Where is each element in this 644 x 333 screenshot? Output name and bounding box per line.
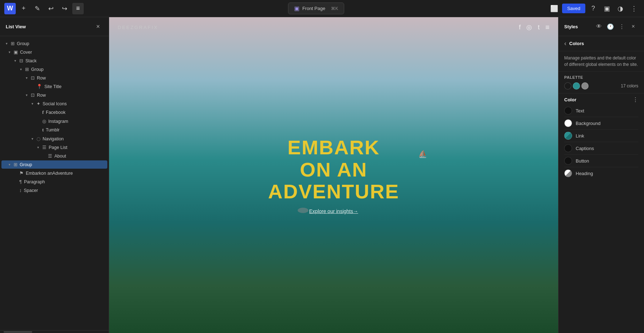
hero-link[interactable]: Explore our insights→ [268, 208, 399, 214]
view-button[interactable]: ⬜ [548, 3, 560, 14]
tree-item-stack[interactable]: ▾ ⊟ Stack [1, 57, 107, 65]
styles-title: Styles [564, 24, 578, 29]
tree-item-group-2[interactable]: ▾ ⊞ Group [1, 65, 107, 73]
styles-close-button[interactable]: × [628, 21, 638, 32]
chevron-icon: ▾ [7, 50, 11, 54]
tree-item-label: Embarkon anAdventure [26, 171, 104, 176]
group-icon: ⊞ [25, 67, 29, 72]
main-area: List View × ▾ ⊞ Group ▾ ▣ Cover ▾ ⊟ Stac… [0, 17, 644, 333]
styles-panel: Styles 👁 🕐 ⋮ × ‹ Colors Manage palettes … [558, 17, 644, 333]
more-options-button[interactable]: ⋮ [628, 3, 640, 14]
tumblr-social-icon[interactable]: t [538, 24, 540, 31]
wp-logo[interactable]: W [4, 3, 16, 14]
tree-item-page-list[interactable]: ▾ ☰ Page List [1, 143, 107, 151]
save-button[interactable]: Saved [562, 4, 585, 13]
tree-item-cover[interactable]: ▾ ▣ Cover [1, 48, 107, 56]
about-icon: ☰ [48, 153, 52, 159]
hero-line-3: ADVENTURE [268, 180, 399, 203]
hero-line-2: ON AN [268, 158, 399, 180]
add-button[interactable]: + [18, 3, 29, 14]
swatch-black[interactable] [564, 82, 571, 90]
history-button[interactable]: 🕐 [605, 21, 615, 32]
palette-swatches [564, 82, 589, 90]
row-icon: ⊡ [31, 75, 35, 81]
tree-item-row-2[interactable]: ▾ ⊡ Row [1, 91, 107, 99]
chevron-icon: ▾ [36, 145, 40, 149]
dark-mode-button[interactable]: ◑ [615, 3, 626, 14]
hamburger-icon[interactable]: ≡ [545, 23, 550, 32]
front-page-button[interactable]: ▣ Front Page ⌘K [288, 3, 344, 14]
tree-item-row-1[interactable]: ▾ ⊡ Row [1, 74, 107, 82]
tree-item-group-1[interactable]: ▾ ⊞ Group [1, 39, 107, 48]
facebook-social-icon[interactable]: f [519, 24, 521, 31]
list-view-close-button[interactable]: × [93, 21, 103, 32]
color-dot-heading [564, 169, 572, 177]
edit-button[interactable]: ✎ [31, 3, 43, 14]
tree-item-label: Instagram [48, 119, 104, 124]
help-button[interactable]: ? [587, 3, 599, 14]
tree-item-label: Facebook [46, 110, 104, 115]
palette-row: 17 colors [564, 82, 638, 90]
tree-item-label: Row [37, 76, 104, 81]
tree-item-label: Spacer [24, 188, 105, 193]
colors-description: Manage palettes and the default color of… [558, 51, 644, 72]
tree-item-label: Tumblr [46, 127, 104, 132]
topbar-center: ▣ Front Page ⌘K [87, 3, 546, 14]
palette-count: 17 colors [621, 83, 638, 88]
tree-item-embark[interactable]: ⚑ Embarkon anAdventure [1, 169, 107, 177]
undo-button[interactable]: ↩ [45, 3, 57, 14]
color-label-heading: Heading [576, 171, 593, 176]
instagram-social-icon[interactable]: ◎ [526, 23, 532, 31]
eye-button[interactable]: 👁 [594, 21, 604, 32]
tree-item-instagram[interactable]: ◎ Instagram [1, 117, 107, 125]
horizontal-scrollbar[interactable] [0, 330, 109, 333]
site-header: DEEZGRAFIX f ◎ t ≡ [109, 17, 558, 37]
tree-item-about[interactable]: ☰ About [1, 152, 107, 160]
swatch-teal[interactable] [573, 82, 580, 90]
tree-item-spacer[interactable]: ↕ Spacer [1, 186, 107, 194]
list-view-button[interactable]: ≡ [72, 3, 84, 14]
tree-item-facebook[interactable]: 𝐟 Facebook [1, 108, 107, 117]
hero-line-1: EMBARK [268, 136, 399, 159]
page-list-icon: ☰ [42, 145, 47, 150]
back-button[interactable]: ‹ [564, 40, 566, 47]
color-item-link[interactable]: Link [564, 130, 638, 142]
colors-nav: ‹ Colors [558, 36, 644, 51]
tree-item-social-icons[interactable]: ▾ ✦ Social Icons [1, 100, 107, 108]
chevron-icon: ▾ [24, 93, 29, 97]
instagram-icon: ◎ [42, 119, 46, 124]
color-item-background[interactable]: Background [564, 117, 638, 130]
group-icon: ⊞ [14, 162, 18, 167]
tablet-button[interactable]: ▣ [601, 3, 613, 14]
topbar: W + ✎ ↩ ↪ ≡ ▣ Front Page ⌘K ⬜ Saved ? ▣ … [0, 0, 644, 17]
tree-item-label: Cover [20, 50, 104, 55]
list-view-title: List View [6, 24, 26, 29]
spacer-icon: ↕ [19, 188, 22, 193]
tree-item-site-title[interactable]: 📍 Site Title [1, 82, 107, 91]
palette-label: PALETTE [564, 75, 638, 79]
palette-section: PALETTE 17 colors [558, 72, 644, 93]
color-section-title: Color [564, 97, 576, 102]
canvas-inner: DEEZGRAFIX f ◎ t ≡ EMBARK ON AN ADVENTUR… [109, 17, 558, 333]
tree-item-navigation[interactable]: ▾ ◌ Navigation [1, 135, 107, 143]
styles-more-button[interactable]: ⋮ [617, 21, 627, 32]
hero-heading: EMBARK ON AN ADVENTURE [268, 136, 399, 203]
chevron-icon: ▾ [4, 42, 9, 45]
tree-item-paragraph[interactable]: ¶ Paragraph [1, 178, 107, 186]
redo-button[interactable]: ↪ [59, 3, 70, 14]
tree-item-tumblr[interactable]: 𝐭 Tumblr [1, 126, 107, 134]
swatch-gray[interactable] [581, 82, 589, 90]
color-dot-captions [564, 144, 572, 152]
color-section-header: Color ⋮ [564, 96, 638, 103]
styles-header: Styles 👁 🕐 ⋮ × [558, 17, 644, 36]
group-icon: ⊞ [11, 41, 15, 46]
color-dot-background [564, 119, 572, 127]
color-more-button[interactable]: ⋮ [633, 96, 638, 103]
color-item-captions[interactable]: Captions [564, 142, 638, 155]
tree-item-group-3[interactable]: ▾ ⊞ Group [1, 160, 107, 169]
color-item-text[interactable]: Text [564, 105, 638, 117]
color-item-button[interactable]: Button [564, 155, 638, 167]
tree-item-label: Page List [49, 145, 104, 150]
color-item-heading[interactable]: Heading [564, 167, 638, 179]
chevron-icon: ▾ [13, 59, 17, 63]
